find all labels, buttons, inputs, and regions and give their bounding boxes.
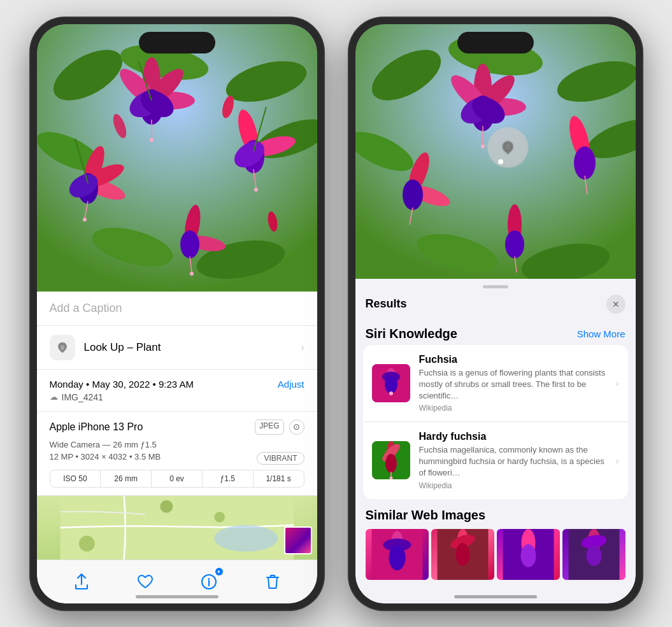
delete-button[interactable] <box>260 569 285 595</box>
camera-settings-icon[interactable]: ⊙ <box>289 419 304 435</box>
svg-point-23 <box>83 218 87 222</box>
adjust-button[interactable]: Adjust <box>278 379 304 390</box>
fuchsia-source: Wikipedia <box>419 404 607 412</box>
svg-point-84 <box>385 454 397 473</box>
filename: IMG_4241 <box>62 392 103 402</box>
similar-image-3[interactable] <box>497 529 560 580</box>
svg-point-32 <box>180 230 199 258</box>
mp-detail: 12 MP • 3024 × 4032 • 3.5 MB <box>50 452 161 461</box>
visual-lookup-screen: Results ✕ Siri Knowledge Show More <box>355 24 636 603</box>
similar-images-grid <box>366 529 626 580</box>
svg-point-73 <box>505 230 524 258</box>
camera-model: Apple iPhone 13 Pro <box>50 421 143 433</box>
svg-point-67 <box>403 180 423 210</box>
svg-point-64 <box>481 144 485 148</box>
svg-point-44 <box>78 535 94 551</box>
spec-shutter: 1/181 s <box>254 470 304 487</box>
lookup-section[interactable]: Look Up – Plant › <box>37 326 317 370</box>
svg-point-46 <box>214 512 225 523</box>
photo-display-2 <box>355 24 636 279</box>
knowledge-card: Fuchsia Fuchsia is a genus of flowering … <box>363 345 628 499</box>
format-badge: JPEG <box>255 419 283 435</box>
fuchsia-description: Fuchsia is a genus of flowering plants t… <box>419 367 607 402</box>
lookup-icon <box>50 335 75 360</box>
dynamic-island-2 <box>457 32 534 53</box>
results-title: Results <box>366 297 407 311</box>
svg-point-97 <box>520 544 536 567</box>
results-header: Results ✕ <box>355 292 636 321</box>
hardy-fuchsia-source: Wikipedia <box>419 481 607 490</box>
map-section[interactable] <box>37 496 317 560</box>
sheet-handle <box>483 285 508 288</box>
lookup-label: Look Up – Plant <box>84 341 161 354</box>
hardy-fuchsia-thumbnail <box>372 441 410 479</box>
svg-point-94 <box>455 543 469 566</box>
hardy-fuchsia-chevron: › <box>616 455 619 466</box>
hardy-fuchsia-content: Hardy fuchsia Fuchsia magellanica, commo… <box>419 431 607 490</box>
close-button[interactable]: ✕ <box>606 295 626 314</box>
svg-point-16 <box>150 138 154 142</box>
spec-focal: 26 mm <box>101 470 152 487</box>
svg-point-45 <box>160 500 173 512</box>
caption-section: Add a Caption <box>37 292 317 326</box>
specs-row: ISO 50 26 mm 0 ev ƒ1.5 1/181 s <box>50 470 304 488</box>
spec-ev: 0 ev <box>152 470 203 487</box>
fuchsia-thumbnail <box>372 364 410 402</box>
knowledge-item-hardy-fuchsia[interactable]: Hardy fuchsia Fuchsia magellanica, commo… <box>363 422 628 499</box>
lookup-chevron: › <box>301 342 304 353</box>
siri-knowledge-header: Siri Knowledge Show More <box>355 321 636 345</box>
dynamic-island <box>139 32 215 53</box>
svg-point-41 <box>61 345 64 349</box>
results-sheet: Results ✕ Siri Knowledge Show More <box>355 279 636 603</box>
similar-images-title: Similar Web Images <box>366 508 626 523</box>
date-section: Monday • May 30, 2022 • 9:23 AM Adjust ☁… <box>37 370 317 412</box>
svg-point-79 <box>385 376 397 393</box>
similar-image-1[interactable] <box>366 529 429 580</box>
style-badge: VIBRANT <box>257 452 304 465</box>
svg-point-101 <box>586 546 601 566</box>
svg-point-90 <box>389 545 405 570</box>
lens-detail: Wide Camera — 26 mm ƒ1.5 <box>50 440 304 449</box>
svg-point-80 <box>389 391 393 395</box>
similar-image-2[interactable] <box>431 529 494 580</box>
favorite-button[interactable] <box>132 569 158 595</box>
visual-lookup-dot <box>498 159 503 164</box>
hardy-fuchsia-description: Fuchsia magellanica, commonly known as t… <box>419 444 607 479</box>
photo-info-screen: Add a Caption Look Up – Plant <box>37 24 317 603</box>
siri-knowledge-title: Siri Knowledge <box>366 327 457 341</box>
home-bar-2 <box>454 595 537 598</box>
svg-point-34 <box>190 272 194 276</box>
knowledge-item-fuchsia[interactable]: Fuchsia Fuchsia is a genus of flowering … <box>363 345 628 423</box>
camera-section: Apple iPhone 13 Pro JPEG ⊙ Wide Camera —… <box>37 412 317 496</box>
svg-point-43 <box>214 525 278 551</box>
phone-2: Results ✕ Siri Knowledge Show More <box>349 18 642 610</box>
fuchsia-chevron: › <box>616 377 619 388</box>
svg-point-75 <box>505 143 510 150</box>
fuchsia-content: Fuchsia Fuchsia is a genus of flowering … <box>419 354 607 413</box>
info-badge-dot: ✦ <box>215 568 223 575</box>
share-button[interactable] <box>69 569 94 595</box>
phone-1: Add a Caption Look Up – Plant <box>31 18 324 610</box>
similar-image-4[interactable] <box>562 529 626 580</box>
hardy-fuchsia-name: Hardy fuchsia <box>419 431 607 442</box>
show-more-button[interactable]: Show More <box>577 328 626 339</box>
lookup-text: Look Up – Plant <box>84 341 161 353</box>
info-button[interactable]: ✦ <box>196 569 222 595</box>
date-text: Monday • May 30, 2022 • 9:23 AM <box>50 379 194 390</box>
spec-aperture: ƒ1.5 <box>203 470 254 487</box>
cloud-icon: ☁ <box>50 392 58 402</box>
svg-point-70 <box>574 146 596 180</box>
similar-images-section: Similar Web Images <box>355 499 636 585</box>
home-bar <box>136 595 218 598</box>
photo-display[interactable] <box>37 24 317 292</box>
spec-iso: ISO 50 <box>50 470 101 487</box>
caption-placeholder[interactable]: Add a Caption <box>50 302 122 314</box>
visual-lookup-button[interactable] <box>487 127 528 167</box>
svg-point-29 <box>254 188 258 192</box>
fuchsia-name: Fuchsia <box>419 354 607 365</box>
